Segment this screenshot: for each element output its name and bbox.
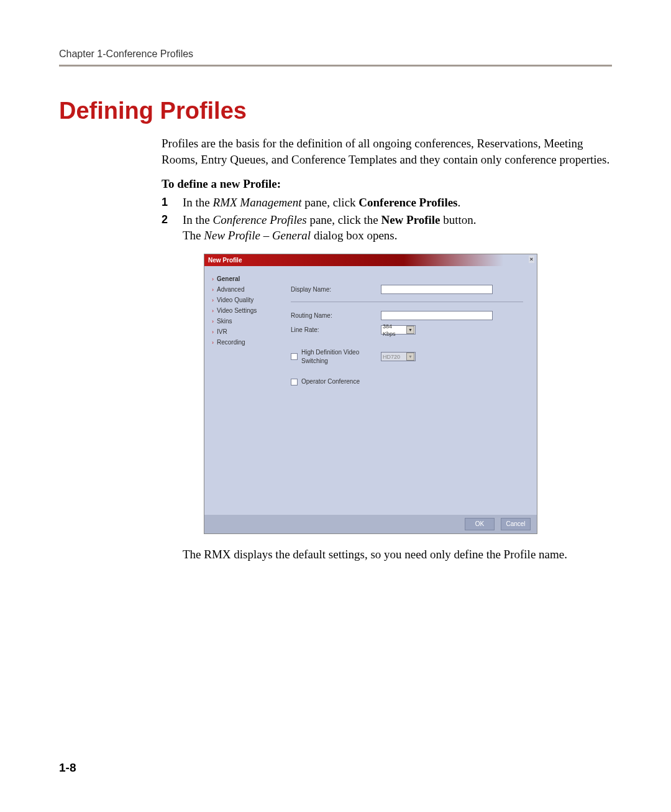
intro-paragraph: Profiles are the basis for the definitio… bbox=[162, 136, 612, 167]
chevron-right-icon: › bbox=[212, 286, 214, 294]
text: pane, click bbox=[302, 196, 359, 209]
sidebar-item-general[interactable]: ›General bbox=[212, 275, 283, 284]
sidebar-item-label: Skins bbox=[217, 317, 232, 326]
chevron-right-icon: › bbox=[212, 318, 214, 326]
dialog-main: Display Name: Routing Name: Line Rate: 3… bbox=[283, 266, 537, 515]
chevron-right-icon: › bbox=[212, 328, 214, 336]
text-bold: Conference Profiles bbox=[358, 196, 457, 209]
text: button. bbox=[440, 213, 477, 226]
body-content: Profiles are the basis for the definitio… bbox=[162, 136, 612, 562]
display-name-input[interactable] bbox=[381, 285, 493, 294]
page-title: Defining Profiles bbox=[59, 98, 612, 124]
chevron-right-icon: › bbox=[212, 297, 214, 305]
sidebar-item-label: General bbox=[217, 275, 240, 284]
text-bold: New Profile bbox=[381, 213, 440, 226]
separator bbox=[291, 302, 523, 302]
line-rate-value: 384 Kbps bbox=[383, 323, 406, 338]
new-profile-dialog: New Profile × ›General ›Advanced ›Video … bbox=[204, 254, 537, 534]
form-row-line-rate: Line Rate: 384 Kbps ▼ bbox=[291, 325, 523, 334]
dialog-body: ›General ›Advanced ›Video Quality ›Video… bbox=[204, 266, 537, 515]
text: pane, click the bbox=[307, 213, 381, 226]
hd-switching-checkbox[interactable] bbox=[291, 353, 298, 360]
text-italic: RMX Management bbox=[213, 196, 302, 209]
dialog-title-text: New Profile bbox=[208, 257, 242, 264]
step-2: 2 In the Conference Profiles pane, click… bbox=[162, 212, 612, 244]
chapter-header: Chapter 1-Conference Profiles bbox=[59, 48, 612, 60]
hd-resolution-select: HD720 ▼ bbox=[381, 352, 416, 361]
routing-name-label: Routing Name: bbox=[291, 311, 381, 320]
chevron-right-icon: › bbox=[212, 275, 214, 284]
text: dialog box opens. bbox=[311, 229, 397, 242]
step-number: 1 bbox=[162, 195, 183, 211]
sidebar-item-label: Video Settings bbox=[217, 307, 257, 315]
sidebar-item-label: IVR bbox=[217, 328, 227, 336]
sidebar-item-advanced[interactable]: ›Advanced bbox=[212, 285, 283, 294]
sidebar-item-label: Recording bbox=[217, 338, 245, 347]
procedure-heading: To define a new Profile: bbox=[162, 176, 612, 192]
step-text: In the RMX Management pane, click Confer… bbox=[183, 195, 612, 211]
hd-switching-label: High Definition Video Switching bbox=[301, 348, 381, 365]
operator-conference-checkbox[interactable] bbox=[291, 379, 298, 385]
sidebar-item-ivr[interactable]: ›IVR bbox=[212, 328, 283, 336]
close-icon[interactable]: × bbox=[529, 256, 534, 263]
sidebar-item-label: Video Quality bbox=[217, 296, 253, 305]
text: . bbox=[458, 196, 461, 209]
text: In the bbox=[183, 213, 213, 226]
operator-conference-label: Operator Conference bbox=[301, 377, 381, 386]
text: The bbox=[183, 229, 204, 242]
line-rate-label: Line Rate: bbox=[291, 326, 381, 334]
sidebar-item-video-quality[interactable]: ›Video Quality bbox=[212, 296, 283, 305]
step-1: 1 In the RMX Management pane, click Conf… bbox=[162, 195, 612, 211]
dialog-titlebar: New Profile × bbox=[204, 254, 537, 267]
line-rate-select[interactable]: 384 Kbps ▼ bbox=[381, 325, 416, 334]
form-row-hd-switching: High Definition Video Switching HD720 ▼ bbox=[291, 348, 523, 365]
text: In the bbox=[183, 196, 213, 209]
text: The RMX displays the default settings, s… bbox=[183, 547, 612, 563]
chevron-right-icon: › bbox=[212, 339, 214, 347]
routing-name-input[interactable] bbox=[381, 311, 493, 320]
ok-button[interactable]: OK bbox=[465, 518, 495, 530]
page-number: 1-8 bbox=[59, 761, 76, 775]
dialog-footer: OK Cancel bbox=[204, 515, 537, 533]
text-italic: Conference Profiles bbox=[213, 213, 307, 226]
form-row-display-name: Display Name: bbox=[291, 285, 523, 294]
after-dialog-paragraph: The RMX displays the default settings, s… bbox=[162, 547, 612, 563]
form-row-routing-name: Routing Name: bbox=[291, 311, 523, 320]
form-row-operator-conference: Operator Conference bbox=[291, 377, 523, 386]
cancel-button[interactable]: Cancel bbox=[501, 518, 531, 530]
display-name-label: Display Name: bbox=[291, 285, 381, 294]
sidebar-item-label: Advanced bbox=[217, 285, 244, 294]
chevron-right-icon: › bbox=[212, 307, 214, 315]
chevron-down-icon: ▼ bbox=[406, 353, 414, 361]
sidebar-item-skins[interactable]: ›Skins bbox=[212, 317, 283, 326]
hd-resolution-value: HD720 bbox=[383, 353, 400, 361]
document-page: Chapter 1-Conference Profiles Defining P… bbox=[0, 0, 671, 812]
step-text: In the Conference Profiles pane, click t… bbox=[183, 212, 612, 244]
dialog-sidebar: ›General ›Advanced ›Video Quality ›Video… bbox=[204, 266, 283, 515]
chevron-down-icon: ▼ bbox=[406, 326, 414, 334]
step-number: 2 bbox=[162, 212, 183, 244]
header-rule bbox=[59, 65, 612, 67]
text-italic: New Profile – General bbox=[204, 229, 311, 242]
sidebar-item-recording[interactable]: ›Recording bbox=[212, 338, 283, 347]
sidebar-item-video-settings[interactable]: ›Video Settings bbox=[212, 307, 283, 315]
